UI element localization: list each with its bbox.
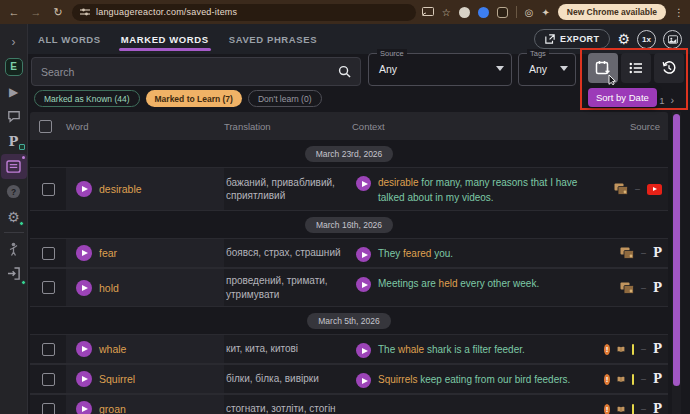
table-row: fearбоявся, страх, страшнийThey feared y… <box>30 238 668 268</box>
saved-items-icon[interactable] <box>1 154 27 179</box>
chip-marked-to-learn[interactable]: Marked to Learn (7) <box>146 90 242 107</box>
exit-icon[interactable] <box>0 261 28 286</box>
chat-icon[interactable] <box>0 104 28 129</box>
history-button[interactable] <box>654 53 684 83</box>
url-text: languagereactor.com/saved-items <box>96 7 237 17</box>
context-audio-button[interactable] <box>356 373 371 388</box>
table-scrollbar[interactable] <box>672 112 681 414</box>
dash-icon: – <box>641 248 646 258</box>
p-logo-icon[interactable]: P <box>653 246 662 260</box>
filter-chips: Marked as Known (44) Marked to Learn (7)… <box>34 90 322 107</box>
gear-icon[interactable]: ⚙ <box>617 32 630 46</box>
p-logo-icon[interactable]: P <box>653 342 662 356</box>
screen: ← → ↻ languagereactor.com/saved-items ☆ … <box>0 0 690 414</box>
chevron-down-icon <box>496 66 504 71</box>
source-icons: !–P <box>600 395 668 414</box>
context-text: Meetings are held every other week. <box>378 277 539 292</box>
word-text[interactable]: hold <box>99 282 119 294</box>
profile-badge[interactable]: E <box>0 54 28 79</box>
play-icon[interactable]: ▶ <box>0 79 28 104</box>
search-icon[interactable] <box>338 65 351 78</box>
expand-icon[interactable]: › <box>0 29 28 54</box>
table-row: Squirrelбілки, білка, вивіркиSquirrels k… <box>30 364 668 394</box>
source-icons: !–P <box>600 365 668 393</box>
youtube-icon[interactable] <box>647 184 662 195</box>
yellow-bar-icon <box>632 344 634 355</box>
date-pill: March 5th, 2026 <box>307 313 390 329</box>
bookmark-star-icon[interactable]: ☆ <box>442 7 451 18</box>
column-translation: Translation <box>224 121 352 132</box>
row-checkbox[interactable] <box>42 373 55 386</box>
address-bar[interactable]: languagereactor.com/saved-items <box>72 4 416 21</box>
kebab-menu-icon[interactable]: ⋮ <box>674 7 684 18</box>
context-audio-button[interactable] <box>356 277 371 292</box>
column-word: Word <box>66 121 224 132</box>
p-logo-icon[interactable]: P <box>653 281 662 295</box>
dash-icon: – <box>641 344 646 354</box>
tab-all-words[interactable]: ALL WORDS <box>38 24 101 54</box>
word-text[interactable]: fear <box>99 247 117 259</box>
next-page-icon[interactable]: › <box>671 94 675 106</box>
translation-text: кит, кита, китові <box>226 342 298 356</box>
table-row: groanстогнати, зотліти, стогін!–P <box>30 394 668 414</box>
flashcards-icon <box>620 247 634 259</box>
date-separator: March 23rd, 2026 <box>30 140 668 167</box>
scrollbar-thumb[interactable] <box>673 114 680 386</box>
context-text: They feared you. <box>378 247 453 262</box>
p-logo-icon[interactable]: P <box>653 402 662 414</box>
row-checkbox[interactable] <box>42 343 55 356</box>
tab-saved-phrases[interactable]: SAVED PHRASES <box>229 24 317 54</box>
reload-icon[interactable]: ↻ <box>50 6 66 19</box>
context-audio-button[interactable] <box>356 176 371 191</box>
word-text[interactable]: whale <box>99 343 126 355</box>
context-audio-button[interactable] <box>356 247 371 262</box>
p-logo-icon[interactable]: P <box>653 372 662 386</box>
word-text[interactable]: desirable <box>99 183 142 195</box>
extensions-puzzle-icon[interactable] <box>497 7 508 18</box>
translation-text: бажаний, привабливий, сприятливий <box>226 176 348 203</box>
sort-by-date-button[interactable] <box>588 53 618 83</box>
history-extension-icon[interactable]: ◎ <box>525 7 534 18</box>
reactor-p-icon[interactable]: P <box>0 129 28 154</box>
row-checkbox[interactable] <box>42 247 55 260</box>
word-audio-button[interactable] <box>76 280 92 296</box>
word-audio-button[interactable] <box>76 341 92 357</box>
source-select[interactable]: Source Any <box>368 53 512 86</box>
sort-button-group <box>588 53 684 83</box>
extension-icon[interactable] <box>459 7 470 18</box>
word-audio-button[interactable] <box>76 401 92 414</box>
help-icon[interactable]: ? <box>0 179 28 204</box>
chip-marked-as-known[interactable]: Marked as Known (44) <box>34 90 140 107</box>
new-chrome-button[interactable]: New Chrome available <box>558 4 666 20</box>
select-all-checkbox[interactable] <box>39 120 52 133</box>
row-checkbox[interactable] <box>42 183 55 196</box>
date-separator: March 16th, 2026 <box>30 211 668 238</box>
hand-icon[interactable] <box>0 236 28 261</box>
chip-dont-learn[interactable]: Don't learn (0) <box>248 90 322 107</box>
context-audio-button[interactable] <box>356 343 371 358</box>
profile-extension-icon[interactable]: ✦ <box>541 7 549 18</box>
extension-icon[interactable] <box>478 7 489 18</box>
word-audio-button[interactable] <box>76 371 92 387</box>
tab-marked-words[interactable]: MARKED WORDS <box>121 24 209 54</box>
history-icon <box>661 60 677 76</box>
tags-select[interactable]: Tags Any <box>518 53 576 86</box>
tags-value: Any <box>529 63 547 75</box>
settings-icon[interactable]: ⚙ <box>0 204 28 229</box>
word-audio-button[interactable] <box>76 181 92 197</box>
sort-by-list-button[interactable] <box>621 53 651 83</box>
word-text[interactable]: Squirrel <box>99 373 135 385</box>
cast-icon[interactable] <box>422 3 434 21</box>
row-checkbox[interactable] <box>42 403 55 414</box>
forward-icon[interactable]: → <box>28 6 44 18</box>
search-input[interactable] <box>41 66 338 78</box>
export-button[interactable]: EXPORT <box>534 29 610 49</box>
screenshot-button[interactable] <box>663 30 682 49</box>
site-info-icon[interactable] <box>80 7 90 17</box>
word-text[interactable]: groan <box>99 403 126 414</box>
word-audio-button[interactable] <box>76 245 92 261</box>
date-pill: March 23rd, 2026 <box>305 146 394 162</box>
playback-speed-button[interactable]: 1x <box>637 30 656 49</box>
row-checkbox[interactable] <box>42 281 55 294</box>
back-icon[interactable]: ← <box>6 6 22 18</box>
